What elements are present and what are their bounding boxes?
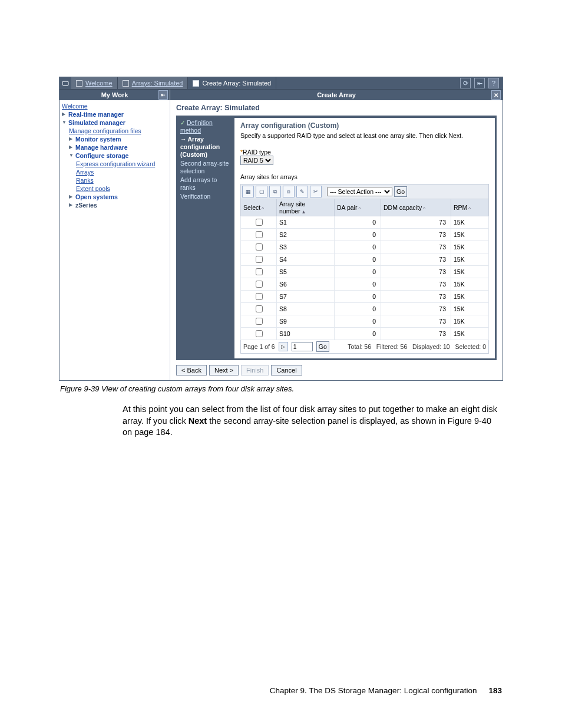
square-icon <box>76 80 82 87</box>
cell-ddm: 73 <box>381 253 451 266</box>
cell-rpm: 15K <box>451 328 489 340</box>
deselect-all-icon[interactable]: ▢ <box>256 186 267 197</box>
nav-arrays[interactable]: Arrays <box>76 168 94 176</box>
nav-monitor[interactable]: Monitor system <box>75 135 121 143</box>
page-input[interactable] <box>292 342 313 351</box>
nav-welcome[interactable]: Welcome <box>62 102 88 110</box>
nav-express[interactable]: Express configuration wizard <box>76 160 155 168</box>
mywork-header: My Work ⇤ <box>59 90 170 100</box>
page-footer: Chapter 9. The DS Storage Manager: Logic… <box>59 686 505 713</box>
close-icon[interactable]: ✕ <box>491 90 501 100</box>
row-checkbox[interactable] <box>256 281 263 288</box>
top-tabstrip: Welcome Arrays: Simulated Create Array: … <box>59 77 503 90</box>
tab-arrays[interactable]: Arrays: Simulated <box>118 77 189 89</box>
expand-icon[interactable]: ⧉ <box>269 186 281 197</box>
col-select[interactable]: Select^ <box>241 199 277 216</box>
raid-select[interactable]: RAID 5 <box>240 156 273 165</box>
square-icon <box>123 80 129 87</box>
table-row: S1007315K <box>241 328 489 340</box>
svg-rect-0 <box>62 81 68 85</box>
wizard-content: Array configuration (Custom) Specify a s… <box>234 118 495 358</box>
table-pager: Page 1 of 6 ▷ Go Total: 56 Filtered: 56 … <box>240 340 489 354</box>
cell-da: 0 <box>335 229 381 241</box>
col-rpm[interactable]: RPM^ <box>451 199 489 216</box>
action-go-button[interactable]: Go <box>394 186 407 197</box>
content-desc: Specify a supported RAID type and select… <box>240 132 489 139</box>
wizard: Definition method Array configuration (C… <box>176 116 497 360</box>
cell-da: 0 <box>335 315 381 328</box>
cell-site: S3 <box>277 241 335 253</box>
sites-label: Array sites for arrays <box>240 173 489 180</box>
clear-filter-icon[interactable]: ✂ <box>310 186 322 197</box>
action-select[interactable]: --- Select Action --- <box>327 187 392 196</box>
cell-ddm: 73 <box>381 229 451 241</box>
cell-site: S7 <box>277 291 335 303</box>
nav-configure[interactable]: Configure storage <box>75 151 128 160</box>
row-checkbox[interactable] <box>256 268 263 275</box>
cell-da: 0 <box>335 241 381 253</box>
col-ddm[interactable]: DDM capacity^ <box>381 199 451 216</box>
nav-extent[interactable]: Extent pools <box>76 185 110 193</box>
step-second: Second array-site selection <box>180 160 232 175</box>
back-icon[interactable]: ⇤ <box>474 78 485 88</box>
table-row: S507315K <box>241 266 489 278</box>
nav-manage-hw[interactable]: Manage hardware <box>75 143 128 151</box>
row-checkbox[interactable] <box>256 243 263 251</box>
footer-page: 183 <box>488 686 502 695</box>
nav-simulated[interactable]: Simulated manager <box>68 118 125 127</box>
step-verify: Verification <box>180 193 232 200</box>
stat-displayed: Displayed: 10 <box>412 343 450 350</box>
mywork-label: My Work <box>101 91 128 98</box>
select-all-icon[interactable]: ▦ <box>242 186 254 197</box>
step-definition[interactable]: Definition method <box>180 119 213 134</box>
tab-arrays-label: Arrays: Simulated <box>132 80 183 87</box>
cell-rpm: 15K <box>451 216 489 229</box>
array-sites-table: Select^ Array site number▲ DA pair^ DDM … <box>240 199 489 340</box>
next-page-icon[interactable]: ▷ <box>279 342 288 351</box>
tab-create-array[interactable]: Create Array: Simulated <box>188 77 276 89</box>
row-checkbox[interactable] <box>256 318 263 325</box>
row-checkbox[interactable] <box>256 256 263 263</box>
table-row: S707315K <box>241 291 489 303</box>
cell-da: 0 <box>335 291 381 303</box>
nav-open[interactable]: Open systems <box>75 193 118 201</box>
col-site[interactable]: Array site number▲ <box>277 199 335 216</box>
back-button[interactable]: < Back <box>176 365 207 375</box>
cell-rpm: 15K <box>451 303 489 315</box>
nav-realtime[interactable]: Real-time manager <box>68 110 124 118</box>
stat-selected: Selected: 0 <box>455 343 486 350</box>
nav-zseries[interactable]: zSeries <box>75 201 97 209</box>
nav-tree: Welcome ▶Real-time manager ▼Simulated ma… <box>59 100 170 214</box>
next-button[interactable]: Next > <box>209 365 239 375</box>
row-checkbox[interactable] <box>256 219 263 226</box>
row-checkbox[interactable] <box>256 330 263 337</box>
nav-ranks[interactable]: Ranks <box>76 176 94 185</box>
cancel-button[interactable]: Cancel <box>271 365 302 375</box>
footer-chapter: Chapter 9. The DS Storage Manager: Logic… <box>270 686 477 695</box>
table-row: S907315K <box>241 315 489 328</box>
tab-welcome[interactable]: Welcome <box>71 77 118 89</box>
row-checkbox[interactable] <box>256 231 263 238</box>
cell-site: S8 <box>277 303 335 315</box>
collapse-button[interactable]: ⇤ <box>158 90 168 100</box>
row-checkbox[interactable] <box>256 293 263 300</box>
filter-icon[interactable]: ✎ <box>296 186 308 197</box>
cell-site: S1 <box>277 216 335 229</box>
nav-manage-files[interactable]: Manage configuration files <box>69 127 141 135</box>
collapse-icon[interactable]: ⧈ <box>283 186 295 197</box>
cell-ddm: 73 <box>381 303 451 315</box>
stat-filtered: Filtered: 56 <box>376 343 408 350</box>
table-row: S807315K <box>241 303 489 315</box>
figure-caption: Figure 9-39 View of creating custom arra… <box>60 384 503 393</box>
refresh-icon[interactable]: ⟳ <box>460 78 471 88</box>
cell-ddm: 73 <box>381 266 451 278</box>
cell-ddm: 73 <box>381 291 451 303</box>
page-go-button[interactable]: Go <box>316 341 329 352</box>
col-da[interactable]: DA pair^ <box>335 199 381 216</box>
cell-da: 0 <box>335 216 381 229</box>
help-icon[interactable]: ? <box>488 78 499 88</box>
row-checkbox[interactable] <box>256 305 263 312</box>
cell-da: 0 <box>335 303 381 315</box>
table-row: S307315K <box>241 241 489 253</box>
raid-label: RAID type <box>243 149 271 156</box>
